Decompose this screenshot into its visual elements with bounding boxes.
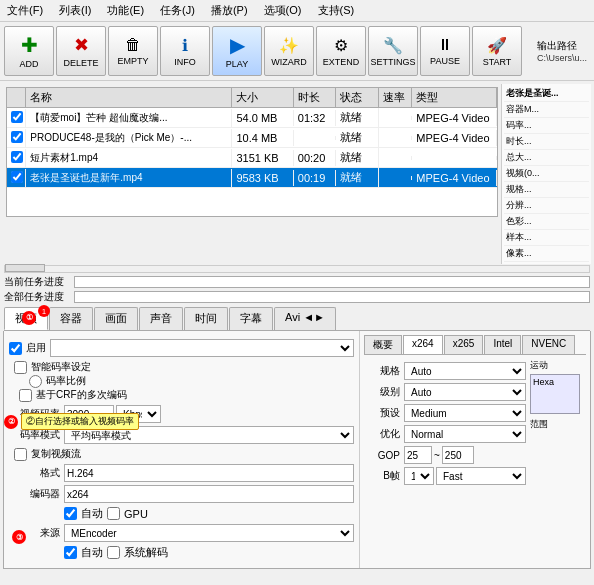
bitrate-mode-select[interactable]: 平均码率模式	[64, 426, 354, 444]
filelist-scrollbar[interactable]	[4, 265, 590, 273]
table-row[interactable]: 【萌爱moi】芒种 超仙魔改编... 54.0 MB 01:32 就绪 MPEG…	[7, 108, 497, 128]
bitrate-row: 视频码率 Kbps	[9, 405, 354, 423]
output-path-label: 输出路径	[537, 39, 587, 53]
tab-x265[interactable]: x265	[444, 335, 484, 354]
tab-subtitle[interactable]: 字幕	[229, 307, 273, 330]
settings-icon: 🔧	[383, 36, 403, 55]
empty-button[interactable]: 🗑 EMPTY	[108, 26, 158, 76]
bitrate-mode-label: 码率模式	[9, 428, 64, 442]
enable-row: 启用	[9, 339, 354, 357]
menu-file[interactable]: 文件(F)	[4, 2, 46, 19]
enable-select[interactable]	[50, 339, 354, 357]
enable-checkbox[interactable]	[9, 342, 22, 355]
wizard-button[interactable]: ✨ WIZARD	[264, 26, 314, 76]
current-progress-label: 当前任务进度	[4, 275, 74, 289]
auto1-checkbox[interactable]	[64, 507, 77, 520]
side-info-pixel: 像素...	[504, 246, 589, 262]
menu-play[interactable]: 播放(P)	[208, 2, 251, 19]
level-select[interactable]: Auto	[404, 383, 526, 401]
bitrate-input[interactable]	[64, 405, 114, 423]
smart-bitrate-checkbox[interactable]	[14, 361, 27, 374]
play-icon: ▶	[230, 33, 245, 57]
tab-time[interactable]: 时间	[184, 307, 228, 330]
table-row[interactable]: 短片素材1.mp4 3151 KB 00:20 就绪	[7, 148, 497, 168]
tab-nvenc[interactable]: NVENC	[522, 335, 575, 354]
auto2-checkbox[interactable]	[64, 546, 77, 559]
tab-video[interactable]: 视频 1	[4, 307, 48, 330]
pause-button[interactable]: ⏸ PAUSE	[420, 26, 470, 76]
bframe-preset-select[interactable]: Fast	[436, 467, 526, 485]
side-info-container: 容器M...	[504, 102, 589, 118]
pause-icon: ⏸	[437, 36, 453, 54]
auto2-label: 自动	[81, 545, 103, 560]
bitrate-unit-select[interactable]: Kbps	[116, 405, 161, 423]
tab-intel[interactable]: Intel	[484, 335, 521, 354]
smart-bitrate-section: 智能码率设定 码率比例 基于CRF的多次编码	[14, 360, 354, 402]
col-header-speed: 速率	[379, 88, 412, 107]
motion-placeholder: Hexa	[533, 377, 554, 387]
main-tabs: 视频 1 容器 画面 声音 时间 字幕 Avi ◄►	[4, 307, 590, 331]
delete-button[interactable]: ✖ DELETE	[56, 26, 106, 76]
auto2-row: 自动 系统解码	[9, 545, 354, 560]
tab-audio[interactable]: 声音	[139, 307, 183, 330]
tab-picture[interactable]: 画面	[94, 307, 138, 330]
format-input[interactable]	[64, 464, 354, 482]
preset-row: 预设 Medium	[364, 404, 526, 422]
gop-from-input[interactable]	[404, 446, 432, 464]
play-button[interactable]: ▶ PLAY	[212, 26, 262, 76]
menu-options[interactable]: 选项(O)	[261, 2, 305, 19]
source-select[interactable]: MEncoder	[64, 524, 354, 542]
copy-video-checkbox[interactable]	[14, 448, 27, 461]
add-button[interactable]: ✚ ADD	[4, 26, 54, 76]
encoder-input[interactable]	[64, 485, 354, 503]
menu-list[interactable]: 列表(I)	[56, 2, 94, 19]
preset-select[interactable]: Medium	[404, 404, 526, 422]
source-label: 来源	[9, 526, 64, 540]
start-icon: 🚀	[487, 36, 507, 55]
col-header-duration: 时长	[294, 88, 337, 107]
copy-video-label: 复制视频流	[31, 447, 81, 461]
side-info-duration: 时长...	[504, 134, 589, 150]
crf-checkbox[interactable]	[19, 389, 32, 402]
extend-button[interactable]: ⚙ EXTEND	[316, 26, 366, 76]
menu-func[interactable]: 功能(E)	[104, 2, 147, 19]
gpu-label: GPU	[124, 508, 148, 520]
tab-container[interactable]: 容器	[49, 307, 93, 330]
tab-summary[interactable]: 概要	[364, 335, 402, 354]
bitrate-ratio-radio[interactable]	[29, 375, 42, 388]
bitrate-ratio-label: 码率比例	[46, 374, 86, 388]
x264-form: 规格 Auto 级别 Auto 预设 Medium	[364, 359, 526, 488]
tab-avi[interactable]: Avi ◄►	[274, 307, 336, 330]
profile-select[interactable]: Auto	[404, 362, 526, 380]
col-header-name: 名称	[26, 88, 232, 107]
col-header-type: 类型	[412, 88, 497, 107]
bframe-select[interactable]: 1	[404, 467, 434, 485]
settings-button[interactable]: 🔧 SETTINGS	[368, 26, 418, 76]
level-label: 级别	[364, 385, 404, 399]
table-row[interactable]: PRODUCE48-是我的（Pick Me）-... 10.4 MB 就绪 MP…	[7, 128, 497, 148]
system-decode-checkbox[interactable]	[107, 546, 120, 559]
x264-settings-panel: 概要 x264 x265 Intel NVENC 规格 Auto 级别	[360, 331, 590, 568]
menu-task[interactable]: 任务(J)	[157, 2, 198, 19]
source-row: 来源 MEncoder	[9, 524, 354, 542]
level-row: 级别 Auto	[364, 383, 526, 401]
preset-label: 预设	[364, 406, 404, 420]
info-button[interactable]: ℹ INFO	[160, 26, 210, 76]
progress-section: 当前任务进度 全部任务进度	[4, 275, 590, 304]
delete-icon: ✖	[74, 34, 89, 56]
tab-x264[interactable]: x264	[403, 335, 443, 354]
table-row[interactable]: 老张是圣诞也是新年.mp4 9583 KB 00:19 就绪 MPEG-4 Vi…	[7, 168, 497, 188]
gop-to-input[interactable]	[442, 446, 474, 464]
file-list: 名称 大小 时长 状态 速率 类型 【萌爱moi】芒种 超仙魔改编... 54.…	[6, 87, 498, 217]
menu-support[interactable]: 支持(S)	[315, 2, 358, 19]
auto-gpu-row: 自动 GPU	[9, 506, 354, 521]
bframe-row: B帧 1 Fast	[364, 467, 526, 485]
content-area: 启用 智能码率设定 码率比例 基于CRF的多次编码 视频码率	[3, 331, 591, 569]
gpu-checkbox[interactable]	[107, 507, 120, 520]
motion-panel: 运动 Hexa 范围	[526, 359, 586, 488]
range-label: 范围	[530, 418, 586, 431]
optimize-select[interactable]: Normal	[404, 425, 526, 443]
bframe-label: B帧	[364, 469, 404, 483]
total-progress-label: 全部任务进度	[4, 290, 74, 304]
start-button[interactable]: 🚀 START	[472, 26, 522, 76]
